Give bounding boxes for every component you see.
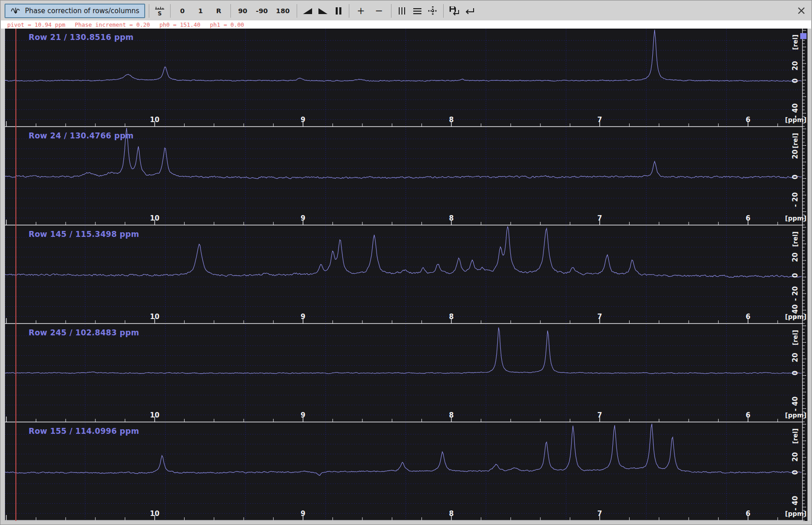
spectrum-panel-2: 109876[ppm][rel]200- 20 (5, 127, 807, 226)
close-button[interactable] (796, 5, 807, 16)
x-tick-label: 9 (301, 411, 305, 419)
y-tick-label: - 40 (791, 397, 799, 411)
toolbar-separator (170, 4, 171, 18)
toolbar-separator (443, 4, 444, 18)
return-icon (464, 6, 475, 16)
y-tick-label: - 40 (791, 103, 799, 118)
toolbar-separator (297, 4, 297, 18)
x-tick-label: 9 (301, 214, 305, 222)
y-tick-label: 0 (791, 273, 799, 278)
x-tick-label: 9 (301, 510, 305, 518)
spectrum-panel-5: 109876[ppm][rel]200- 40 (5, 422, 807, 521)
row-label-1: Row 21 / 130.8516 ppm (29, 33, 134, 42)
y-tick-label: 20 (791, 452, 799, 462)
x-tick-label: 9 (301, 116, 305, 124)
vertical-arrange-button[interactable] (395, 4, 409, 18)
row-label-4: Row 245 / 102.8483 ppm (29, 328, 139, 337)
phase-minus90-button[interactable]: -90 (253, 4, 271, 18)
spectra-area[interactable]: 109876[ppm][rel]200- 40109876[ppm][rel]2… (5, 29, 807, 521)
horizontal-lines-icon (412, 6, 422, 15)
return-button[interactable] (463, 4, 476, 18)
phase-reset-button[interactable]: R (210, 4, 227, 18)
x-tick-label: 9 (301, 313, 305, 321)
x-tick-label: 10 (150, 116, 160, 124)
spectrum-panel-1: 109876[ppm][rel]200- 40 (5, 29, 807, 127)
x-tick-label: 10 (150, 411, 160, 419)
toolbar: Phase correction of rows/columns S 0 1 R… (1, 1, 811, 21)
ramp-down-button[interactable] (316, 4, 330, 18)
phase-button-label: Phase correction of rows/columns (25, 7, 139, 15)
x-tick-label: 8 (449, 411, 454, 419)
y-tick-label: 20 (791, 61, 799, 71)
svg-text:S: S (158, 10, 162, 17)
spectrum-panel-3: 109876[ppm][rel]200- 20- 40 (5, 226, 807, 324)
y-tick-label: 0 (791, 79, 799, 83)
ramp-up-button[interactable] (301, 4, 314, 18)
y-tick-label: 0 (791, 175, 799, 179)
increase-button[interactable]: + (353, 4, 369, 18)
y-tick-label: - 20 (791, 286, 799, 301)
row-label-3: Row 145 / 115.3498 ppm (29, 230, 139, 239)
x-tick-label: 7 (597, 510, 602, 518)
ramp-up-icon (302, 6, 313, 15)
close-icon (797, 6, 806, 15)
phase-180-button[interactable]: 180 (273, 4, 293, 18)
y-tick-label: - 40 (791, 304, 799, 319)
phase-waveform-icon (10, 5, 21, 16)
x-tick-label: 8 (449, 214, 454, 222)
scale-reference-button[interactable]: S (153, 4, 166, 18)
x-tick-label: 10 (150, 313, 160, 321)
x-tick-label: 8 (449, 116, 454, 124)
pivot-line[interactable] (15, 29, 16, 521)
x-tick-label: 7 (597, 214, 602, 222)
x-tick-label: 6 (746, 214, 750, 222)
pause-button[interactable] (332, 4, 345, 18)
x-tick-label: 10 (150, 510, 160, 518)
x-tick-label: 7 (597, 116, 602, 124)
phase-correction-window: Phase correction of rows/columns S 0 1 R… (0, 0, 812, 525)
y-tick-label: - 40 (791, 496, 799, 510)
dotted-cross-icon (427, 5, 438, 16)
toolbar-separator (230, 4, 231, 18)
x-tick-label: 7 (597, 313, 602, 321)
toolbar-separator (149, 4, 149, 18)
toolbar-separator (349, 4, 349, 18)
spectrum-panel-4: 109876[ppm][rel]200- 40 (5, 324, 807, 422)
overlay-arrange-button[interactable] (426, 4, 440, 18)
scale-s-icon: S (154, 5, 165, 17)
pause-icon (334, 6, 342, 15)
phase-first-order-button[interactable]: 1 (192, 4, 209, 18)
ramp-down-icon (318, 6, 328, 15)
y-tick-label: [rel] (792, 34, 799, 50)
status-pivot: pivot = 10.94 ppm (7, 21, 65, 28)
toolbar-separator (391, 4, 391, 18)
row-label-5: Row 155 / 114.0996 ppm (29, 427, 139, 436)
row-label-2: Row 24 / 130.4766 ppm (29, 131, 134, 140)
x-tick-label: 6 (746, 510, 750, 518)
y-tick-label: 0 (791, 470, 799, 475)
phase-90-button[interactable]: 90 (235, 4, 251, 18)
status-ph1: ph1 = 0.00 (210, 21, 244, 28)
y-tick-label: 20 (791, 353, 799, 363)
spectra-canvas[interactable]: 109876[ppm][rel]200- 40109876[ppm][rel]2… (5, 29, 807, 521)
y-tick-label: 20 (791, 253, 799, 262)
horizontal-arrange-button[interactable] (411, 4, 424, 18)
save-and-return-button[interactable] (447, 4, 461, 18)
save-return-icon (448, 5, 460, 16)
phase-zero-order-button[interactable]: 0 (174, 4, 191, 18)
decrease-button[interactable]: − (371, 4, 387, 18)
x-tick-label: 8 (449, 313, 454, 321)
x-tick-label: 6 (746, 411, 750, 419)
y-tick-label: - 20 (791, 192, 799, 207)
y-tick-label: 20 (791, 150, 799, 159)
y-tick-label: [rel] (792, 231, 799, 247)
vertical-scrollbar-thumb[interactable] (800, 33, 807, 39)
y-tick-label: [rel] (792, 330, 799, 345)
y-tick-label: [rel] (792, 133, 799, 148)
x-tick-label: 8 (449, 510, 454, 518)
status-phase-increment: Phase increment = 0.20 (75, 21, 150, 28)
y-tick-label: [rel] (792, 428, 799, 444)
phase-correction-mode-button[interactable]: Phase correction of rows/columns (5, 4, 145, 18)
x-tick-label: 7 (597, 411, 602, 419)
x-tick-label: 6 (746, 116, 750, 124)
